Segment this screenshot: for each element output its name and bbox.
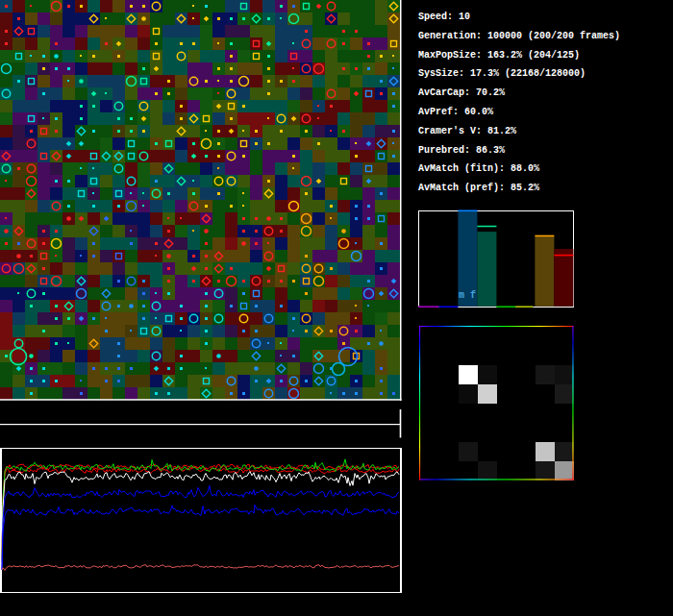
svg-text:AvPref: 60.0%: AvPref: 60.0% — [418, 107, 493, 117]
svg-text:Generation: 100000 (200/200 fr: Generation: 100000 (200/200 frames) — [418, 31, 620, 41]
svg-text:AvMatch (fitn): 88.0%: AvMatch (fitn): 88.0% — [418, 163, 539, 174]
svg-text:MaxPopSize: 163.2% (204/125): MaxPopSize: 163.2% (204/125) — [418, 50, 580, 61]
svg-text:Purebred: 86.3%: Purebred: 86.3% — [418, 145, 505, 156]
svg-text:m f: m f — [459, 290, 476, 301]
svg-text:Speed: 10: Speed: 10 — [418, 12, 470, 22]
svg-text:SysSize: 17.3% (22168/128000): SysSize: 17.3% (22168/128000) — [418, 68, 586, 79]
svg-text:AvMatch (pref): 85.2%: AvMatch (pref): 85.2% — [418, 183, 539, 193]
svg-text:AvCarCap: 70.2%: AvCarCap: 70.2% — [418, 87, 505, 98]
svg-text:Cramer's V: 81.2%: Cramer's V: 81.2% — [418, 126, 516, 136]
